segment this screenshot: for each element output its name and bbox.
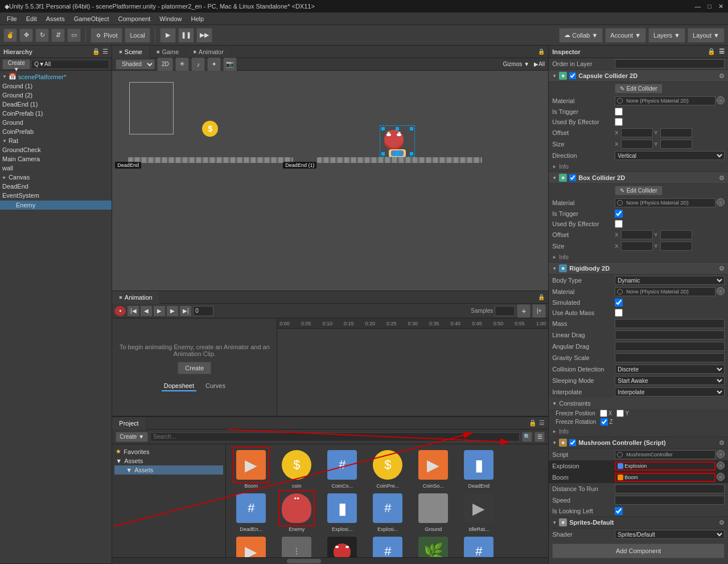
asset-conico[interactable]: # CoinCo...	[320, 448, 364, 489]
asset-deadend[interactable]: ▮ DeadEnd	[457, 448, 500, 489]
rb-bodytype-dropdown[interactable]: Dynamic Kinematic Static	[615, 276, 725, 285]
capsule-edit-btn[interactable]: ✎ Edit Collider	[615, 84, 663, 93]
anim-play-btn[interactable]: ▶	[154, 306, 165, 316]
mushroom-speed-input[interactable]: 2	[615, 496, 725, 505]
capsule-offset-x[interactable]: -0.01743	[621, 128, 653, 137]
order-input[interactable]: 0	[615, 59, 725, 68]
box-trigger-cb[interactable]	[615, 210, 623, 218]
menu-component[interactable]: Component	[113, 14, 155, 23]
add-component-btn[interactable]: Add Component	[552, 543, 725, 558]
tab-animator[interactable]: ■ Animator	[186, 46, 231, 58]
rb-gravityscale-input[interactable]: 1	[615, 353, 725, 362]
audio-btn[interactable]: ♪	[191, 58, 205, 71]
rb-settings[interactable]: ⚙	[719, 265, 725, 272]
collab-btn[interactable]: ☁ Collab ▼	[559, 28, 603, 43]
anim-create-btn[interactable]: Create	[178, 362, 211, 374]
freeze-y-cb[interactable]	[616, 410, 624, 417]
minimize-btn[interactable]: —	[694, 3, 701, 10]
asset-explosi2[interactable]: # Explosi...	[366, 491, 409, 532]
sprites-shader-dropdown[interactable]: Sprites/Default	[615, 530, 725, 539]
anim-tab-curves[interactable]: Curves	[203, 381, 228, 391]
box-material-field[interactable]: None (Physics Material 2D)	[615, 198, 715, 207]
project-search-btn[interactable]: 🔍	[522, 432, 532, 442]
box-size-y[interactable]: 0.28782	[660, 242, 692, 251]
enemy-object[interactable]: ★	[384, 130, 410, 153]
tab-animation[interactable]: ■ Animation	[112, 291, 159, 304]
capsule-offset-y[interactable]: -0.16987	[660, 128, 692, 137]
mushroom-explosion-field[interactable]: Explosion	[615, 461, 715, 471]
hierarchy-item-9[interactable]: Main Camera	[0, 154, 112, 164]
close-btn[interactable]: ✕	[718, 3, 723, 10]
pause-btn[interactable]: ❚❚	[178, 28, 194, 43]
anim-prev-frame-btn[interactable]: ◀	[141, 306, 152, 316]
anim-lock[interactable]: 🔒	[534, 294, 548, 300]
assets-sub-item[interactable]: ▼ Assets	[114, 465, 223, 475]
asset-enemy[interactable]: ●● Enemy	[275, 491, 318, 532]
capsule-material-field[interactable]: None (Physics Material 2D)	[615, 96, 715, 105]
rb-angulardrag-input[interactable]: 0.05	[615, 342, 725, 351]
hierarchy-search[interactable]	[31, 60, 109, 69]
shading-dropdown[interactable]: Shaded	[116, 59, 155, 70]
asset-item18[interactable]: #	[457, 534, 500, 557]
rb-interpolate-dropdown[interactable]: Interpolate None Extrapolate	[615, 387, 725, 397]
assets-item[interactable]: ▼ Assets	[114, 456, 223, 465]
anim-next-key-btn[interactable]: ▶|	[180, 306, 191, 316]
menu-help[interactable]: Help	[186, 14, 208, 23]
box-size-x[interactable]: 0.53331	[621, 242, 653, 251]
mushroom-boom-field[interactable]: Boom	[615, 473, 715, 482]
local-btn[interactable]: Local	[125, 28, 150, 43]
scale-tool[interactable]: ⇵	[51, 28, 65, 42]
inspector-lock[interactable]: 🔒	[708, 48, 715, 55]
project-scrollbar[interactable]	[112, 557, 548, 564]
capsule-enabled[interactable]	[569, 72, 576, 79]
hierarchy-menu[interactable]: ☰	[102, 48, 108, 55]
menu-window[interactable]: Window	[155, 14, 186, 23]
project-create-btn[interactable]: Create ▼	[116, 432, 148, 442]
rb-material-field[interactable]: None (Physics Material 2D)	[615, 287, 715, 296]
tab-scene[interactable]: ■ Scene	[112, 46, 150, 58]
2d-btn[interactable]: 2D	[157, 58, 173, 71]
mushroom-enabled[interactable]	[569, 439, 576, 446]
freeze-x-cb[interactable]	[600, 410, 607, 417]
play-btn[interactable]: ▶	[160, 28, 176, 43]
proj-lock[interactable]: 🔒	[529, 419, 537, 427]
all-btn[interactable]: ▶All	[534, 61, 545, 67]
asset-coin[interactable]: $ coin	[275, 448, 318, 489]
menu-edit[interactable]: Edit	[22, 14, 42, 23]
hierarchy-lock[interactable]: 🔒	[92, 48, 100, 55]
fx-btn[interactable]: ✦	[207, 58, 221, 71]
hierarchy-item-4[interactable]: CoinPrefab (1)	[0, 109, 112, 118]
hierarchy-item-10[interactable]: wall	[0, 164, 112, 173]
rigidbody-header[interactable]: ▼ ■ Rigidbody 2D ⚙	[549, 262, 728, 275]
hierarchy-item-8[interactable]: GroundCheck	[0, 145, 112, 154]
anim-tab-dopesheet[interactable]: Dopesheet	[162, 381, 196, 391]
inspector-menu[interactable]: ☰	[719, 48, 725, 55]
asset-coinpre[interactable]: $ CoinPre...	[366, 448, 409, 489]
mushroom-header[interactable]: ▼ ■ Mushroom Controller (Script) ⚙	[549, 436, 728, 449]
coin-object[interactable]: $	[202, 121, 218, 137]
hierarchy-item-3[interactable]: DeadEnd (1)	[0, 100, 112, 109]
anim-add-event-btn[interactable]: |+	[532, 304, 546, 318]
tab-project[interactable]: Project	[112, 417, 146, 430]
rb-info-toggle[interactable]: ► Info	[549, 426, 728, 436]
capsule-size-y[interactable]: 0.94025	[660, 140, 692, 149]
menu-assets[interactable]: Assets	[42, 14, 69, 23]
capsule-mat-pick[interactable]: ○	[717, 96, 725, 104]
box-collider-header[interactable]: ▼ ■ Box Collider 2D ⚙	[549, 171, 728, 184]
hierarchy-create-btn[interactable]: Create ▼	[2, 59, 30, 70]
asset-largegr[interactable]: ⁝ largeGr...	[275, 534, 318, 557]
rb-lineardrag-input[interactable]: 0	[615, 330, 725, 340]
mushroom-script-field[interactable]: MushroomController	[615, 450, 715, 459]
sprites-header[interactable]: ▼ ■ Sprites-Default ⚙	[549, 516, 728, 529]
asset-mushro[interactable]: mushro...	[320, 534, 364, 557]
asset-boom[interactable]: ▶ Boom	[229, 448, 273, 489]
rb-mass-input[interactable]: 1	[615, 319, 725, 328]
hierarchy-item-1[interactable]: Ground (1)	[0, 81, 112, 91]
pivot-btn[interactable]: ⭘ Pivot	[91, 28, 122, 43]
capsule-direction-dropdown[interactable]: Vertical Horizontal	[615, 151, 725, 160]
capsule-effector-cb[interactable]	[615, 118, 623, 126]
box-effector-cb[interactable]	[615, 220, 623, 228]
capsule-settings[interactable]: ⚙	[719, 72, 725, 80]
capsule-info-toggle[interactable]: ► Info	[549, 161, 728, 171]
anim-frame-input[interactable]	[193, 306, 213, 316]
